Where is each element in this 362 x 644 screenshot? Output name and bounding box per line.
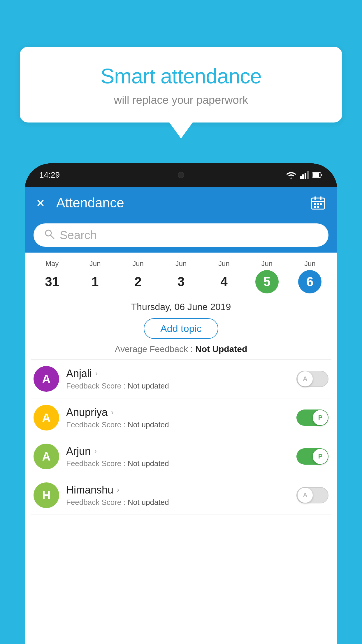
svg-rect-6 [321, 174, 322, 176]
chevron-icon: › [111, 408, 114, 417]
average-feedback: Average Feedback : Not Updated [25, 344, 337, 359]
svg-rect-11 [314, 203, 316, 205]
day-month-label: Jun [132, 260, 144, 268]
calendar-day[interactable]: Jun1 [73, 260, 116, 293]
student-item[interactable]: AAnupriya ›Feedback Score : Not updatedP [31, 398, 331, 437]
student-item[interactable]: AArjun ›Feedback Score : Not updatedP [31, 437, 331, 476]
calendar-icon[interactable] [310, 195, 326, 210]
day-month-label: Jun [89, 260, 101, 268]
calendar-day[interactable]: Jun5 [245, 260, 288, 293]
speech-bubble-wrapper: Smart attendance will replace your paper… [20, 47, 342, 139]
svg-rect-3 [307, 171, 309, 179]
add-topic-wrapper: Add topic [25, 315, 337, 344]
day-number[interactable]: 4 [212, 270, 236, 293]
svg-rect-15 [317, 206, 319, 208]
day-number[interactable]: 6 [298, 270, 321, 293]
search-icon [44, 229, 55, 242]
chevron-icon: › [117, 485, 120, 494]
student-feedback-score: Feedback Score : Not updated [66, 498, 289, 507]
signal-icon [300, 171, 309, 179]
calendar-strip: May31Jun1Jun2Jun3Jun4Jun5Jun6 [25, 253, 337, 296]
student-info: Arjun ›Feedback Score : Not updated [66, 445, 289, 468]
svg-rect-2 [305, 173, 306, 179]
avg-feedback-label: Average Feedback : [115, 344, 195, 354]
search-container: Search [25, 219, 337, 253]
day-number[interactable]: 31 [41, 270, 64, 293]
speech-bubble-subtitle: will replace your paperwork [37, 94, 325, 106]
attendance-toggle[interactable]: P [296, 410, 328, 426]
student-name: Anupriya › [66, 406, 289, 419]
selected-date-label: Thursday, 06 June 2019 [25, 296, 337, 315]
day-number[interactable]: 3 [169, 270, 193, 293]
day-month-label: Jun [218, 260, 230, 268]
feedback-value: Not updated [128, 420, 169, 429]
toggle-knob: A [298, 371, 313, 386]
calendar-day[interactable]: Jun3 [159, 260, 202, 293]
day-number[interactable]: 5 [255, 270, 279, 293]
search-placeholder: Search [60, 229, 97, 242]
student-info: Himanshu ›Feedback Score : Not updated [66, 484, 289, 507]
student-item[interactable]: AAnjali ›Feedback Score : Not updatedA [31, 360, 331, 398]
student-feedback-score: Feedback Score : Not updated [66, 459, 289, 468]
student-avatar: A [34, 366, 59, 392]
speech-bubble: Smart attendance will replace your paper… [20, 47, 342, 123]
speech-bubble-tail [169, 123, 193, 139]
svg-rect-14 [314, 206, 316, 208]
toggle-knob: A [298, 488, 313, 503]
battery-icon [312, 172, 323, 178]
calendar-day[interactable]: Jun4 [203, 260, 245, 293]
chevron-icon: › [94, 447, 97, 456]
app-title: Attendance [56, 195, 299, 211]
student-avatar: A [34, 444, 59, 469]
student-feedback-score: Feedback Score : Not updated [66, 382, 289, 391]
day-month-label: Jun [304, 260, 316, 268]
attendance-toggle[interactable]: A [296, 487, 328, 503]
wifi-icon [286, 171, 296, 179]
svg-rect-9 [320, 196, 321, 200]
day-month-label: Jun [261, 260, 273, 268]
svg-rect-5 [313, 173, 319, 177]
toggle-knob: P [313, 410, 328, 425]
toggle-knob: P [313, 449, 328, 464]
status-time: 14:29 [39, 170, 60, 180]
feedback-value: Not updated [128, 498, 169, 507]
student-name: Arjun › [66, 445, 289, 457]
calendar-day[interactable]: Jun6 [289, 260, 331, 293]
svg-line-17 [51, 235, 54, 239]
svg-rect-8 [314, 196, 316, 200]
phone-screen: × Attendance [25, 187, 337, 644]
add-topic-button[interactable]: Add topic [144, 318, 218, 339]
day-month-label: May [45, 260, 59, 268]
status-bar: 14:29 [25, 163, 337, 187]
feedback-value: Not updated [128, 459, 169, 468]
calendar-day[interactable]: Jun2 [117, 260, 159, 293]
status-icons [286, 171, 323, 179]
day-number[interactable]: 1 [83, 270, 107, 293]
svg-rect-12 [317, 203, 319, 205]
student-avatar: A [34, 405, 59, 430]
phone-frame: 14:29 × [25, 163, 337, 644]
search-bar[interactable]: Search [34, 223, 328, 247]
student-avatar: H [34, 482, 59, 508]
student-name: Himanshu › [66, 484, 289, 496]
student-info: Anjali ›Feedback Score : Not updated [66, 368, 289, 391]
chevron-icon: › [95, 369, 98, 378]
student-info: Anupriya ›Feedback Score : Not updated [66, 406, 289, 429]
close-button[interactable]: × [36, 195, 45, 211]
student-feedback-score: Feedback Score : Not updated [66, 420, 289, 429]
attendance-toggle[interactable]: A [296, 371, 328, 387]
speech-bubble-title: Smart attendance [37, 64, 325, 88]
day-month-label: Jun [175, 260, 187, 268]
day-number[interactable]: 2 [126, 270, 150, 293]
svg-rect-1 [302, 174, 304, 179]
student-item[interactable]: HHimanshu ›Feedback Score : Not updatedA [31, 476, 331, 515]
student-list: AAnjali ›Feedback Score : Not updatedAAA… [25, 360, 337, 515]
svg-rect-0 [300, 176, 302, 179]
student-name: Anjali › [66, 368, 289, 380]
feedback-value: Not updated [128, 382, 169, 390]
app-header: × Attendance [25, 187, 337, 219]
attendance-toggle[interactable]: P [296, 448, 328, 465]
calendar-day[interactable]: May31 [31, 260, 73, 293]
svg-rect-13 [320, 203, 322, 205]
avg-feedback-value: Not Updated [195, 344, 247, 354]
